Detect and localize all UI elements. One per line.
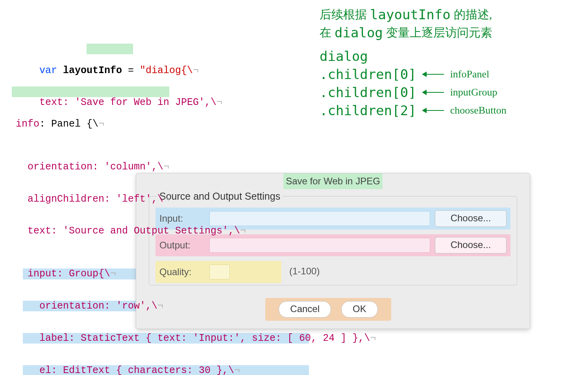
arrow-icon: [423, 74, 444, 75]
handwritten-annotation: 后续根据 layoutInfo 的描述, 在 dialog 变量上逐层访问元素 …: [320, 6, 583, 119]
annot-label-inputgroup: inputGroup: [450, 83, 497, 101]
dialog-window: Save for Web in JPEG Source and Output S…: [136, 173, 530, 329]
annot-label-infopanel: infoPanel: [450, 65, 490, 83]
input-choose-button[interactable]: Choose...: [435, 210, 507, 227]
annot-label-choosebutton: chooseButton: [450, 101, 507, 119]
input-label: Input:: [159, 213, 205, 224]
output-row: Output: Choose...: [155, 234, 510, 256]
arrow-icon: [423, 110, 444, 111]
panel-title: Source and Output Settings: [157, 191, 283, 202]
annot-chain-children2: .children[2]: [320, 101, 416, 119]
settings-panel: Source and Output Settings Input: Choose…: [149, 196, 517, 285]
dialog-button-row: Cancel OK: [265, 298, 391, 321]
dialog-title: Save for Web in JPEG: [283, 173, 383, 189]
output-field[interactable]: [209, 238, 430, 253]
output-choose-button[interactable]: Choose...: [435, 237, 507, 254]
cancel-button[interactable]: Cancel: [279, 301, 331, 318]
arrow-icon: [423, 92, 444, 93]
quality-row: Quality:: [155, 261, 281, 283]
quality-label: Quality:: [159, 267, 205, 277]
identifier: layoutInfo: [63, 65, 122, 76]
output-label: Output:: [159, 240, 205, 250]
ok-button[interactable]: OK: [341, 301, 378, 318]
keyword-var: var: [39, 65, 63, 76]
quality-field[interactable]: [209, 265, 230, 279]
dialog-titlebar: Save for Web in JPEG: [136, 173, 530, 189]
annot-chain-dialog: dialog: [320, 47, 368, 65]
quality-hint: (1-100): [289, 266, 320, 276]
annot-chain-children0a: .children[0]: [320, 65, 416, 83]
input-field[interactable]: [209, 211, 430, 226]
annot-chain-children0b: .children[0]: [320, 83, 416, 101]
